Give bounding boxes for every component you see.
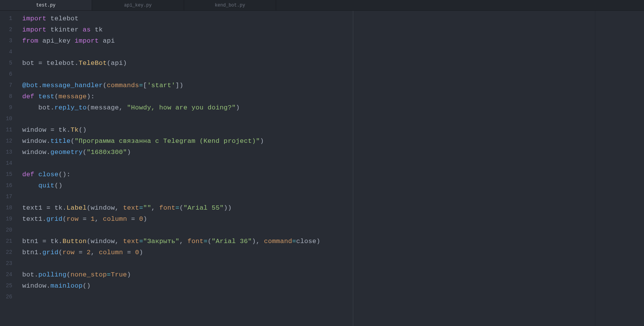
line-number: 16 — [0, 180, 12, 191]
line-number: 12 — [0, 136, 12, 147]
code-line: window.mainloop() — [22, 280, 595, 291]
code-line: text1 = tk.Label(window, text="", font=(… — [22, 202, 595, 213]
code-line: btn1.grid(row = 2, column = 0) — [22, 247, 595, 258]
line-number: 2 — [0, 24, 12, 35]
minimap[interactable] — [595, 11, 644, 326]
line-number: 7 — [0, 80, 12, 91]
line-number: 14 — [0, 158, 12, 169]
line-number: 21 — [0, 236, 12, 247]
line-number: 22 — [0, 247, 12, 258]
line-number: 4 — [0, 46, 12, 58]
editor: 1 2 3 4 5 6 7 8 9 10 11 12 13 14 15 16 1… — [0, 11, 644, 326]
code-line: window = tk.Tk() — [22, 124, 595, 136]
tab-test-py[interactable]: test.py — [0, 0, 92, 10]
code-line — [22, 258, 595, 269]
code-line — [22, 69, 595, 80]
code-line — [22, 291, 595, 303]
line-number: 11 — [0, 124, 12, 136]
code-line: bot.polling(none_stop=True) — [22, 269, 595, 280]
line-number: 17 — [0, 191, 12, 202]
ruler — [353, 11, 353, 326]
line-number: 26 — [0, 291, 12, 303]
line-number: 25 — [0, 280, 12, 291]
code-line — [22, 113, 595, 124]
code-line: window.title("Программа связанна с Teleg… — [22, 136, 595, 147]
line-number: 13 — [0, 147, 12, 158]
code-line — [22, 46, 595, 58]
line-number: 19 — [0, 213, 12, 225]
code-line: bot = telebot.TeleBot(api) — [22, 58, 595, 69]
tab-bar: test.py api_key.py kend_bot.py — [0, 0, 644, 11]
code-line: @bot.message_handler(commands=['start']) — [22, 80, 595, 91]
code-line: import telebot — [22, 13, 595, 24]
line-number: 24 — [0, 269, 12, 280]
line-number: 5 — [0, 58, 12, 69]
code-line: def close(): — [22, 169, 595, 180]
line-number: 1 — [0, 13, 12, 24]
code-line: quit() — [22, 180, 595, 191]
code-area[interactable]: import telebot import tkinter as tk from… — [18, 11, 595, 326]
line-number: 23 — [0, 258, 12, 269]
code-line — [22, 225, 595, 236]
code-line: import tkinter as tk — [22, 24, 595, 35]
line-number: 18 — [0, 202, 12, 213]
gutter: 1 2 3 4 5 6 7 8 9 10 11 12 13 14 15 16 1… — [0, 11, 18, 326]
line-number: 15 — [0, 169, 12, 180]
line-number: 3 — [0, 35, 12, 46]
line-number: 8 — [0, 91, 12, 102]
line-number: 10 — [0, 113, 12, 124]
code-line: from api_key import api — [22, 35, 595, 46]
tab-api-key-py[interactable]: api_key.py — [92, 0, 184, 10]
code-line: def test(message): — [22, 91, 595, 102]
code-line: btn1 = tk.Button(window, text="Закрыть",… — [22, 236, 595, 247]
line-number: 9 — [0, 102, 12, 113]
code-line: text1.grid(row = 1, column = 0) — [22, 213, 595, 225]
line-number: 20 — [0, 225, 12, 236]
tab-kend-bot-py[interactable]: kend_bot.py — [184, 0, 276, 10]
code-line — [22, 158, 595, 169]
code-line: window.geometry("1680x300") — [22, 147, 595, 158]
code-line — [22, 191, 595, 202]
code-line: bot.reply_to(message, "Howdy, how are yo… — [22, 102, 595, 113]
line-number: 6 — [0, 69, 12, 80]
